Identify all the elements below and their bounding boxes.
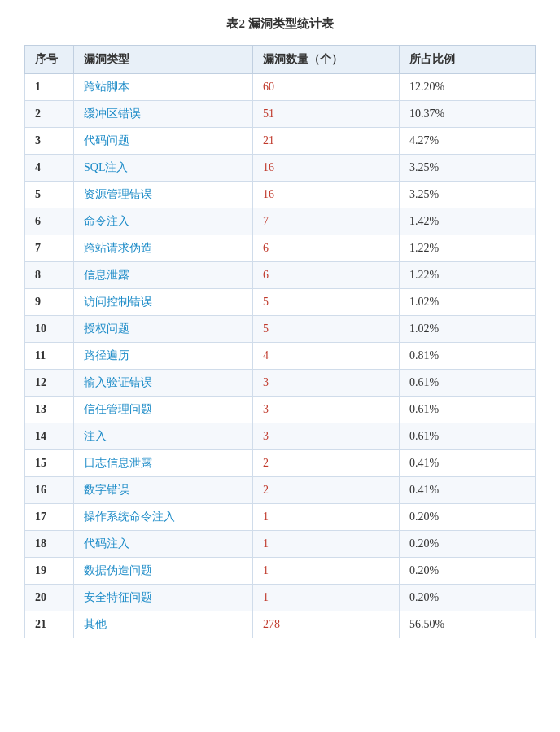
cell-count: 2 [253, 450, 400, 477]
cell-type: 输入验证错误 [74, 370, 253, 397]
cell-type: 数据伪造问题 [74, 558, 253, 585]
cell-type: 路径遍历 [74, 343, 253, 370]
table-header-row: 序号 漏洞类型 漏洞数量（个） 所占比例 [25, 46, 536, 74]
table-row: 10授权问题51.02% [25, 316, 536, 343]
cell-percent: 0.81% [400, 343, 536, 370]
cell-percent: 4.27% [400, 128, 536, 155]
cell-count: 3 [253, 423, 400, 450]
cell-percent: 0.41% [400, 450, 536, 477]
col-header-id: 序号 [25, 46, 74, 74]
cell-type: 缓冲区错误 [74, 101, 253, 128]
cell-count: 4 [253, 343, 400, 370]
cell-id: 9 [25, 289, 74, 316]
cell-type: 注入 [74, 423, 253, 450]
cell-percent: 12.20% [400, 74, 536, 101]
cell-id: 12 [25, 370, 74, 397]
cell-count: 1 [253, 504, 400, 531]
table-row: 1跨站脚本6012.20% [25, 74, 536, 101]
cell-id: 15 [25, 450, 74, 477]
col-header-count: 漏洞数量（个） [253, 46, 400, 74]
cell-count: 3 [253, 397, 400, 423]
cell-type: 跨站脚本 [74, 74, 253, 101]
table-row: 18代码注入10.20% [25, 531, 536, 558]
cell-count: 2 [253, 477, 400, 504]
table-row: 13信任管理问题30.61% [25, 397, 536, 423]
cell-count: 3 [253, 370, 400, 397]
cell-count: 278 [253, 611, 400, 638]
cell-count: 7 [253, 208, 400, 235]
cell-type: 资源管理错误 [74, 182, 253, 208]
cell-percent: 0.41% [400, 477, 536, 504]
cell-type: 跨站请求伪造 [74, 235, 253, 262]
cell-count: 6 [253, 235, 400, 262]
cell-id: 5 [25, 182, 74, 208]
cell-count: 60 [253, 74, 400, 101]
cell-id: 3 [25, 128, 74, 155]
cell-id: 4 [25, 155, 74, 182]
vuln-table: 序号 漏洞类型 漏洞数量（个） 所占比例 1跨站脚本6012.20%2缓冲区错误… [24, 45, 536, 638]
cell-type: SQL注入 [74, 155, 253, 182]
cell-percent: 0.20% [400, 558, 536, 585]
table-row: 19数据伪造问题10.20% [25, 558, 536, 585]
cell-id: 18 [25, 531, 74, 558]
cell-type: 其他 [74, 611, 253, 638]
cell-percent: 56.50% [400, 611, 536, 638]
table-row: 16数字错误20.41% [25, 477, 536, 504]
cell-count: 1 [253, 558, 400, 585]
table-row: 15日志信息泄露20.41% [25, 450, 536, 477]
cell-id: 13 [25, 397, 74, 423]
cell-percent: 1.22% [400, 235, 536, 262]
table-row: 6命令注入71.42% [25, 208, 536, 235]
table-row: 14注入30.61% [25, 423, 536, 450]
cell-type: 授权问题 [74, 316, 253, 343]
col-header-percent: 所占比例 [400, 46, 536, 74]
table-row: 17操作系统命令注入10.20% [25, 504, 536, 531]
cell-id: 11 [25, 343, 74, 370]
cell-id: 19 [25, 558, 74, 585]
table-row: 9访问控制错误51.02% [25, 289, 536, 316]
cell-type: 操作系统命令注入 [74, 504, 253, 531]
cell-count: 5 [253, 316, 400, 343]
cell-count: 16 [253, 182, 400, 208]
cell-percent: 1.02% [400, 289, 536, 316]
table-row: 2缓冲区错误5110.37% [25, 101, 536, 128]
cell-id: 10 [25, 316, 74, 343]
cell-id: 7 [25, 235, 74, 262]
cell-percent: 3.25% [400, 155, 536, 182]
cell-id: 16 [25, 477, 74, 504]
table-row: 21其他27856.50% [25, 611, 536, 638]
cell-type: 代码问题 [74, 128, 253, 155]
cell-count: 6 [253, 262, 400, 289]
page-title: 表2 漏洞类型统计表 [24, 16, 536, 32]
cell-percent: 0.61% [400, 423, 536, 450]
cell-id: 20 [25, 585, 74, 611]
cell-percent: 0.61% [400, 397, 536, 423]
cell-type: 数字错误 [74, 477, 253, 504]
table-row: 8信息泄露61.22% [25, 262, 536, 289]
cell-id: 14 [25, 423, 74, 450]
table-row: 12输入验证错误30.61% [25, 370, 536, 397]
table-row: 5资源管理错误163.25% [25, 182, 536, 208]
cell-count: 5 [253, 289, 400, 316]
cell-type: 代码注入 [74, 531, 253, 558]
cell-type: 命令注入 [74, 208, 253, 235]
table-row: 11路径遍历40.81% [25, 343, 536, 370]
table-row: 20安全特征问题10.20% [25, 585, 536, 611]
cell-percent: 3.25% [400, 182, 536, 208]
cell-id: 1 [25, 74, 74, 101]
cell-count: 1 [253, 585, 400, 611]
table-row: 7跨站请求伪造61.22% [25, 235, 536, 262]
cell-id: 8 [25, 262, 74, 289]
cell-count: 16 [253, 155, 400, 182]
cell-count: 1 [253, 531, 400, 558]
cell-percent: 0.20% [400, 531, 536, 558]
cell-percent: 1.02% [400, 316, 536, 343]
cell-percent: 1.22% [400, 262, 536, 289]
cell-percent: 1.42% [400, 208, 536, 235]
col-header-type: 漏洞类型 [74, 46, 253, 74]
cell-count: 51 [253, 101, 400, 128]
cell-type: 日志信息泄露 [74, 450, 253, 477]
cell-percent: 0.20% [400, 504, 536, 531]
cell-id: 17 [25, 504, 74, 531]
cell-id: 6 [25, 208, 74, 235]
